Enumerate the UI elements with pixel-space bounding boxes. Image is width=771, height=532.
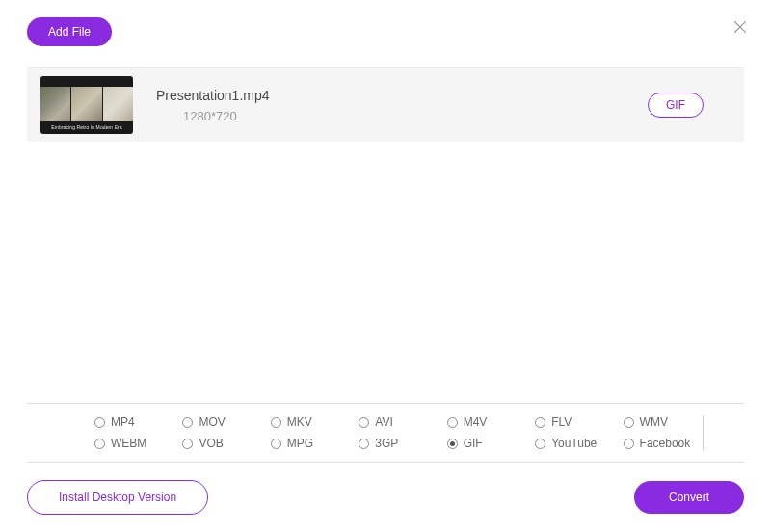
format-option-wmv[interactable]: WMV [624,415,705,429]
radio-icon [447,417,458,428]
format-option-label: VOB [199,437,223,450]
format-option-label: Facebook [640,437,691,450]
file-list: Embracing Retro In Modern Era Presentati… [27,67,744,142]
format-option-webm[interactable]: WEBM [94,437,176,450]
format-option-label: GIF [464,437,483,450]
format-option-label: M4V [464,415,488,429]
radio-icon [182,439,193,449]
format-option-facebook[interactable]: Facebook [624,437,705,450]
format-option-mov[interactable]: MOV [182,415,264,429]
format-option-mp4[interactable]: MP4 [94,415,176,429]
format-option-mkv[interactable]: MKV [271,415,353,429]
radio-icon [271,439,281,449]
radio-icon [94,439,105,449]
file-row: Embracing Retro In Modern Era Presentati… [27,68,744,142]
format-option-avi[interactable]: AVI [359,415,440,429]
install-desktop-button[interactable]: Install Desktop Version [27,480,208,515]
convert-button[interactable]: Convert [634,481,744,514]
format-option-label: MKV [287,415,312,429]
radio-icon [535,439,545,449]
close-icon[interactable] [731,17,750,37]
radio-icon [535,417,545,428]
format-option-label: YouTube [551,437,597,450]
format-option-label: WEBM [111,437,146,450]
format-option-gif[interactable]: GIF [447,437,529,450]
radio-icon [447,439,458,449]
format-option-label: MOV [199,415,225,429]
format-option-label: WMV [640,415,668,429]
format-option-m4v[interactable]: M4V [447,415,529,429]
radio-icon [359,417,369,428]
radio-icon [624,417,634,428]
format-option-label: FLV [551,415,572,429]
format-option-flv[interactable]: FLV [535,415,617,429]
radio-icon [94,417,105,428]
format-option-vob[interactable]: VOB [182,437,264,450]
thumbnail-caption: Embracing Retro In Modern Era [49,121,124,134]
format-option-3gp[interactable]: 3GP [359,437,440,450]
format-option-mpg[interactable]: MPG [271,437,353,450]
file-name: Presentation1.mp4 [156,88,630,103]
format-option-label: MPG [287,437,313,450]
add-file-button[interactable]: Add File [27,17,112,46]
format-option-label: AVI [375,415,392,429]
radio-icon [182,417,193,428]
format-option-label: MP4 [111,415,135,429]
radio-icon [359,439,369,449]
file-thumbnail: Embracing Retro In Modern Era [40,76,133,134]
output-format-button[interactable]: GIF [648,93,704,118]
radio-icon [271,417,281,428]
format-option-youtube[interactable]: YouTube [535,437,617,450]
radio-icon [624,439,634,449]
format-option-label: 3GP [375,437,398,450]
divider [703,415,704,450]
file-resolution: 1280*720 [156,109,630,123]
format-section: MP4MOVMKVAVIM4VFLVWMVWEBMVOBMPG3GPGIFYou… [27,403,744,463]
